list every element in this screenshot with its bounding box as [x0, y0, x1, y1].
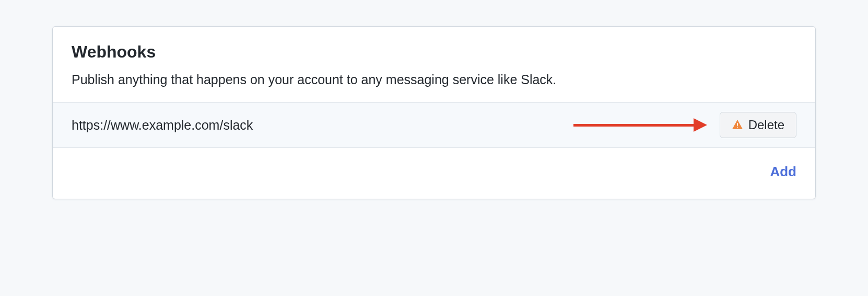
panel-title: Webhooks — [72, 42, 796, 62]
panel-header: Webhooks Publish anything that happens o… — [53, 27, 815, 102]
panel-footer: Add — [53, 148, 815, 199]
arrow-annotation — [573, 120, 709, 130]
arrow-line — [573, 124, 694, 127]
add-link[interactable]: Add — [770, 164, 796, 180]
delete-button[interactable]: Delete — [720, 112, 796, 138]
webhook-url: https://www.example.com/slack — [72, 118, 253, 133]
warning-triangle-icon — [732, 119, 743, 131]
svg-rect-1 — [737, 127, 738, 128]
panel-description: Publish anything that happens on your ac… — [72, 72, 796, 87]
webhooks-panel: Webhooks Publish anything that happens o… — [52, 26, 816, 199]
svg-rect-0 — [737, 123, 738, 126]
arrow-head-icon — [694, 118, 707, 132]
delete-button-label: Delete — [748, 118, 784, 132]
webhook-row: https://www.example.com/slack Delete — [53, 102, 815, 148]
webhook-actions: Delete — [573, 112, 796, 138]
